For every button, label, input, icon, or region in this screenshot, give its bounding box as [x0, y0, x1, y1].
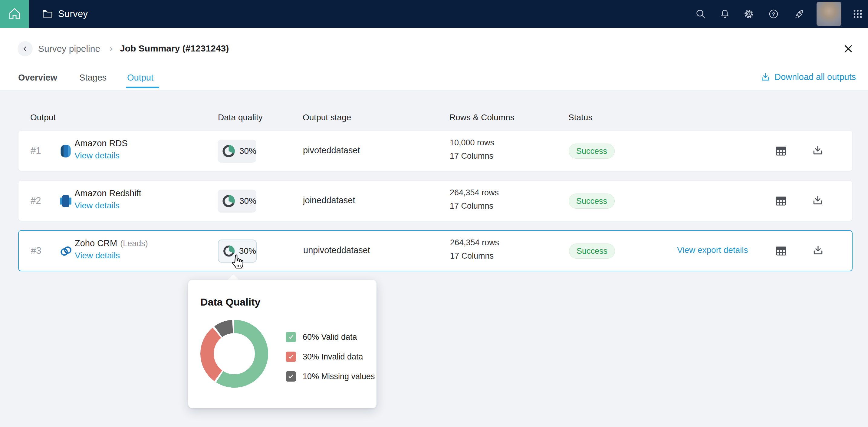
status-badge: Success	[569, 194, 615, 209]
view-table-icon[interactable]	[775, 245, 787, 257]
col-header-rows-columns: Rows & Columns	[450, 113, 515, 122]
download-all-outputs-link[interactable]: Download all outputs	[761, 72, 856, 82]
active-tab-underline	[126, 87, 159, 88]
download-output-icon[interactable]	[812, 145, 824, 157]
page-title: Job Summary (#1231243)	[120, 43, 229, 54]
checkbox-valid[interactable]	[286, 332, 296, 342]
quality-donut-icon	[221, 144, 236, 159]
legend-item-missing: 10% Missing values	[286, 371, 375, 381]
table-row-selected[interactable]: #3 Zoho CRM(Leads) View details 30% unpi…	[18, 230, 852, 271]
view-export-details-link[interactable]: View export details	[677, 245, 748, 255]
checkbox-missing[interactable]	[286, 371, 296, 381]
checkbox-invalid[interactable]	[286, 351, 296, 362]
view-table-icon[interactable]	[775, 145, 787, 158]
view-details-link[interactable]: View details	[74, 201, 120, 210]
row-number: #3	[31, 245, 41, 256]
col-header-stage: Output stage	[303, 113, 351, 122]
status-badge: Success	[569, 244, 615, 259]
avatar[interactable]	[816, 2, 841, 26]
tab-overview[interactable]: Overview	[18, 73, 57, 83]
quality-value: 30%	[239, 246, 256, 256]
data-quality-badge-hovered[interactable]: 30%	[218, 239, 257, 262]
column-count: 17 Columns	[450, 151, 493, 161]
source-note: (Leads)	[120, 239, 148, 248]
download-all-outputs-label: Download all outputs	[774, 72, 856, 82]
zoho-crm-icon	[59, 244, 73, 258]
col-header-quality: Data quality	[218, 113, 263, 122]
source-name: Zoho CRM(Leads)	[75, 238, 148, 248]
row-number: #2	[31, 195, 41, 206]
tab-stages[interactable]: Stages	[79, 73, 106, 83]
quality-value: 30%	[239, 146, 256, 156]
legend-label: 60% Valid data	[303, 333, 357, 342]
table-row[interactable]: #1 Amazon RDS View details 30% pivotedda…	[18, 131, 852, 171]
gear-icon[interactable]	[743, 8, 754, 19]
close-icon	[843, 44, 854, 54]
legend-item-valid: 60% Valid data	[286, 332, 357, 342]
row-number: #1	[31, 145, 41, 156]
download-output-icon[interactable]	[812, 245, 825, 257]
home-button[interactable]	[0, 0, 29, 28]
data-quality-popover: Data Quality 60% Valid data 30% Invalid …	[188, 280, 376, 408]
output-stage: pivoteddataset	[303, 145, 360, 155]
download-icon	[761, 73, 770, 82]
legend-label: 10% Missing values	[303, 372, 375, 381]
breadcrumb-parent[interactable]: Survey pipeline	[38, 44, 100, 54]
back-button[interactable]	[18, 41, 33, 56]
output-stage: unpivoteddataset	[303, 245, 370, 255]
col-header-output: Output	[30, 113, 56, 122]
quality-donut-icon	[221, 194, 236, 208]
tab-output[interactable]: Output	[127, 73, 153, 83]
quality-value: 30%	[239, 196, 256, 206]
page-header: Survey pipeline › Job Summary (#1231243)…	[0, 28, 868, 90]
row-count: 10,000 rows	[450, 138, 494, 147]
legend-label: 30% Invalid data	[303, 352, 363, 362]
view-details-link[interactable]: View details	[74, 151, 120, 161]
quality-donut-icon	[222, 244, 236, 258]
chevron-left-icon	[22, 46, 28, 52]
view-details-link[interactable]: View details	[75, 251, 120, 260]
svg-text:?: ?	[772, 11, 775, 17]
search-icon[interactable]	[695, 8, 706, 19]
popover-title: Data Quality	[200, 296, 260, 308]
amazon-rds-icon	[59, 144, 73, 158]
breadcrumb-separator: ›	[110, 44, 112, 53]
data-quality-badge[interactable]: 30%	[218, 190, 256, 212]
row-count: 264,354 rows	[450, 188, 499, 197]
table-row[interactable]: #2 Amazon Redshift View details 30% join…	[18, 180, 852, 221]
close-button[interactable]	[842, 42, 855, 55]
help-icon[interactable]: ?	[768, 8, 779, 19]
bell-icon[interactable]	[719, 8, 730, 19]
legend-item-invalid: 30% Invalid data	[286, 351, 363, 362]
home-icon	[7, 7, 22, 21]
top-bar: Survey ?	[0, 0, 868, 28]
folder-icon	[42, 9, 53, 19]
app-title: Survey	[58, 8, 88, 19]
view-table-icon[interactable]	[775, 195, 787, 207]
output-stage: joineddataset	[303, 195, 355, 205]
download-output-icon[interactable]	[812, 195, 824, 207]
source-name: Amazon Redshift	[74, 188, 141, 198]
row-count: 264,354 rows	[450, 238, 499, 248]
source-name: Amazon RDS	[74, 138, 128, 148]
column-count: 17 Columns	[450, 201, 493, 211]
data-quality-donut-chart	[199, 319, 269, 389]
rocket-icon[interactable]	[794, 8, 804, 19]
data-quality-badge[interactable]: 30%	[218, 140, 256, 163]
column-count: 17 Columns	[450, 251, 494, 261]
status-badge: Success	[569, 144, 615, 159]
col-header-status: Status	[568, 113, 592, 122]
amazon-redshift-icon	[59, 194, 73, 208]
apps-grid-icon[interactable]	[852, 8, 863, 19]
